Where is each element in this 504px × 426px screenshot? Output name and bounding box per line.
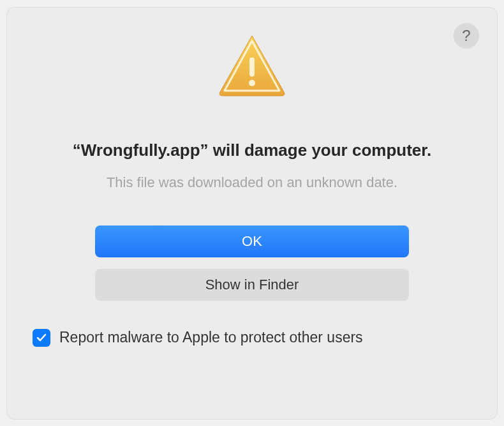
warning-icon — [217, 33, 287, 97]
svg-point-1 — [249, 80, 255, 86]
show-in-finder-button[interactable]: Show in Finder — [95, 269, 409, 301]
svg-rect-0 — [249, 57, 255, 77]
checkbox-row: Report malware to Apple to protect other… — [17, 329, 487, 347]
checkmark-icon — [36, 332, 47, 344]
icon-container — [17, 33, 487, 97]
dialog-title: “Wrongfully.app” will damage your comput… — [17, 141, 487, 160]
button-container: OK Show in Finder — [17, 225, 487, 301]
report-malware-checkbox[interactable] — [33, 329, 50, 347]
report-malware-label[interactable]: Report malware to Apple to protect other… — [59, 329, 363, 346]
help-button[interactable]: ? — [454, 23, 479, 49]
alert-dialog: ? “Wrongfully.app” will damage your comp… — [7, 8, 497, 419]
dialog-subtitle: This file was downloaded on an unknown d… — [17, 174, 487, 191]
help-icon: ? — [462, 27, 470, 45]
ok-button[interactable]: OK — [95, 225, 409, 257]
